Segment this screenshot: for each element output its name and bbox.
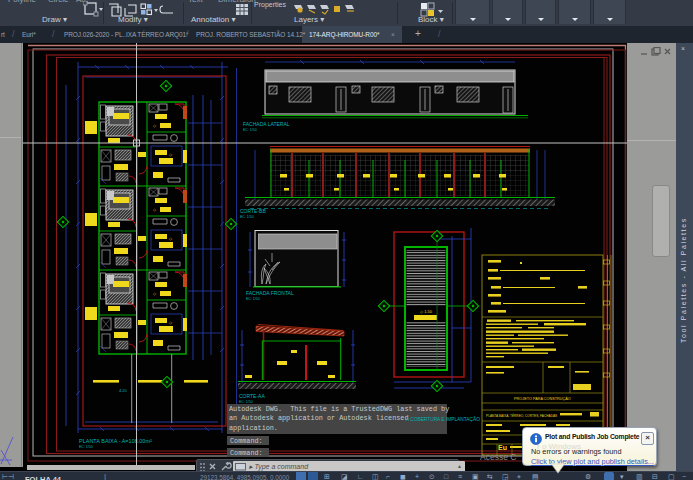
svg-text:CORTE-BB: CORTE-BB [240, 208, 266, 214]
svg-text:FACHADA LATERAL: FACHADA LATERAL [243, 121, 290, 127]
svg-text:EC: 1/50: EC: 1/50 [246, 297, 260, 301]
svg-text:PLANTA BAIXA - A=108.00m²: PLANTA BAIXA - A=108.00m² [79, 438, 152, 444]
svg-text:FACHADA FRONTAL: FACHADA FRONTAL [246, 290, 294, 296]
svg-text:EC: 1/50: EC: 1/50 [240, 215, 254, 219]
svg-text:PROJETO PARA CONSTRUÇÃO: PROJETO PARA CONSTRUÇÃO [514, 396, 571, 401]
svg-text:Eu: Eu [498, 444, 507, 451]
svg-text:CORTE-AA: CORTE-AA [239, 393, 265, 399]
svg-text:PLANTA BAIXA, TÉRREO, CORTES,: PLANTA BAIXA, TÉRREO, CORTES, FACHADAS [486, 413, 557, 418]
svg-text:EC: 1/50: EC: 1/50 [79, 445, 93, 449]
svg-text:EC: 1/50: EC: 1/50 [243, 128, 257, 132]
svg-text:4.20: 4.20 [119, 388, 128, 393]
svg-text:◇ 1.50: ◇ 1.50 [420, 309, 433, 314]
